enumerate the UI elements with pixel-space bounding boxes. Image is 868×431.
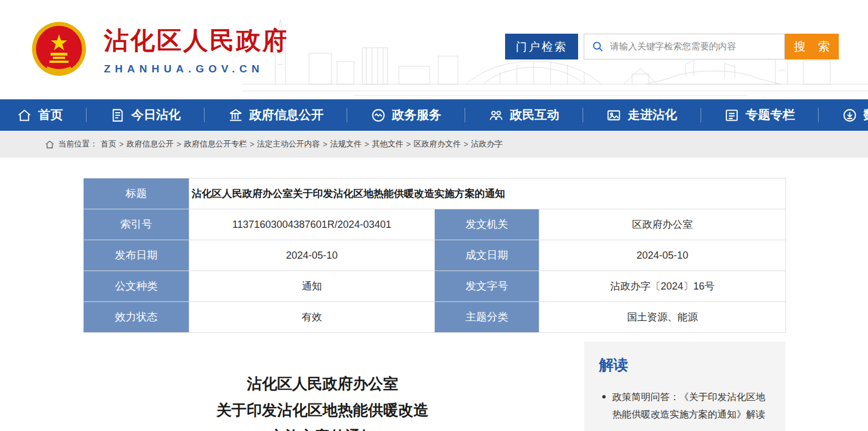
document-title-line-1: 沾化区人民政府办公室: [83, 371, 562, 397]
document-body: 沾化区人民政府办公室 关于印发沾化区地热能供暖改造 实施方案的通知: [83, 342, 584, 431]
nav-item-topics[interactable]: 专题专栏: [724, 107, 795, 123]
sidebar-title: 解读: [599, 355, 771, 375]
page: 沾化区人民政府 ZHANHUA.GOV.CN 门户检索 搜 索 首页: [0, 0, 868, 431]
search-area: 门户检索 搜 索: [505, 34, 839, 59]
breadcrumb-current: 沾政办字: [471, 139, 502, 149]
meta-label-publish-date: 发布日期: [84, 240, 189, 271]
nav-item-services[interactable]: 政务服务: [371, 107, 442, 123]
site-name: 沾化区人民政府: [104, 24, 289, 57]
nav-divider: [86, 108, 87, 122]
nav-label: 专题专栏: [746, 107, 795, 123]
meta-label-index-number: 索引号: [84, 209, 189, 240]
nav-divider: [465, 108, 465, 122]
meta-value-doc-number: 沾政办字〔2024〕16号: [539, 271, 786, 302]
meta-label-written-date: 成文日期: [435, 240, 539, 271]
breadcrumb-separator: >: [406, 140, 411, 149]
site-domain: ZHANHUA.GOV.CN: [104, 63, 289, 75]
nav-divider: [204, 108, 204, 122]
breadcrumb-separator: >: [323, 140, 328, 149]
breadcrumb-separator: >: [365, 140, 369, 149]
service-icon: [371, 108, 386, 123]
nav-divider: [818, 108, 819, 122]
topics-icon: [724, 108, 739, 123]
search-box: [584, 34, 785, 59]
breadcrumb-link-other-docs[interactable]: 其他文件: [372, 139, 403, 149]
nav-item-home[interactable]: 首页: [17, 107, 63, 123]
breadcrumb-link-home[interactable]: 首页: [101, 139, 116, 149]
nav-label: 今日沾化: [131, 107, 181, 123]
sidebar-interpretation-link[interactable]: 政策简明问答：《关于印发沾化区地热能供暖改造实施方案的通知》解读: [599, 388, 771, 424]
breadcrumb-separator: >: [463, 140, 468, 149]
meta-value-written-date: 2024-05-10: [539, 240, 786, 271]
main-nav: 首页 今日沾化 政府信息公开 政务服务 政民互动: [0, 99, 868, 131]
breadcrumb-separator: >: [249, 140, 254, 149]
portal-search-button[interactable]: 门户检索: [505, 34, 578, 59]
meta-row-status: 效力状态 有效 主题分类 国土资源、能源: [84, 302, 786, 333]
document-title-line-3: 实施方案的通知: [83, 424, 562, 431]
nav-divider: [347, 108, 347, 122]
meta-label-title: 标题: [84, 178, 189, 209]
site-title-block: 沾化区人民政府 ZHANHUA.GOV.CN: [104, 24, 289, 75]
nav-item-gov-info[interactable]: 政府信息公开: [228, 107, 324, 123]
nav-label: 政务服务: [392, 107, 442, 123]
bullet-dot: [602, 395, 606, 398]
breadcrumb-link-district-docs[interactable]: 区政府办文件: [413, 139, 461, 149]
data-open-icon: [842, 108, 857, 123]
meta-value-publish-date: 2024-05-10: [189, 240, 435, 271]
search-submit-button[interactable]: 搜 索: [785, 34, 839, 59]
meta-value-doc-type: 通知: [189, 271, 435, 302]
document-title: 沾化区人民政府办公室 关于印发沾化区地热能供暖改造 实施方案的通知: [83, 371, 562, 431]
search-icon: [591, 40, 605, 53]
search-input[interactable]: [610, 42, 778, 52]
main-content: 标题 沾化区人民政府办公室关于印发沾化区地热能供暖改造实施方案的通知 索引号 1…: [0, 158, 868, 431]
nav-label: 政府信息公开: [249, 107, 324, 123]
nav-divider: [583, 108, 583, 122]
nav-item-today[interactable]: 今日沾化: [110, 107, 181, 123]
meta-label-validity: 效力状态: [84, 302, 189, 333]
nav-item-interaction[interactable]: 政民互动: [488, 107, 559, 123]
gov-info-icon: [228, 108, 243, 123]
nav-label: 政民互动: [510, 107, 559, 123]
meta-label-doc-type: 公文种类: [84, 271, 189, 302]
meta-value-subject-category: 国土资源、能源: [539, 302, 786, 333]
nav-label: 首页: [38, 107, 63, 123]
interpretation-sidebar: 解读 政策简明问答：《关于印发沾化区地热能供暖改造实施方案的通知》解读: [584, 342, 785, 431]
meta-value-title: 沾化区人民政府办公室关于印发沾化区地热能供暖改造实施方案的通知: [189, 178, 786, 209]
meta-row-index: 索引号 11371603004387601R/2024-03401 发文机关 区…: [84, 209, 786, 240]
breadcrumb-home-icon: [45, 140, 54, 149]
sidebar-item-label: 政策简明问答：《关于印发沾化区地热能供暖改造实施方案的通知》解读: [612, 388, 771, 424]
breadcrumb-prefix: 当前位置：: [58, 139, 98, 149]
site-header: 沾化区人民政府 ZHANHUA.GOV.CN 门户检索 搜 索: [0, 0, 868, 99]
nav-item-about[interactable]: 走进沾化: [606, 107, 677, 123]
meta-value-validity: 有效: [189, 302, 435, 333]
meta-value-index-number: 11371603004387601R/2024-03401: [189, 209, 435, 240]
breadcrumb: 当前位置： 首页 > 政府信息公开 > 政府信息公开专栏 > 法定主动公开内容 …: [0, 131, 868, 158]
national-emblem-logo: [31, 21, 87, 79]
news-icon: [110, 108, 125, 123]
document-meta-table: 标题 沾化区人民政府办公室关于印发沾化区地热能供暖改造实施方案的通知 索引号 1…: [83, 178, 786, 333]
photo-icon: [606, 108, 621, 123]
interaction-icon: [488, 108, 503, 123]
nav-label: 数据开放: [864, 107, 868, 123]
meta-row-type: 公文种类 通知 发文字号 沾政办字〔2024〕16号: [84, 271, 786, 302]
nav-label: 走进沾化: [628, 107, 677, 123]
meta-label-subject-category: 主题分类: [435, 302, 539, 333]
home-icon: [17, 108, 32, 123]
nav-divider: [701, 108, 701, 122]
meta-row-dates: 发布日期 2024-05-10 成文日期 2024-05-10: [84, 240, 786, 271]
breadcrumb-separator: >: [119, 140, 124, 149]
breadcrumb-link-gov-info[interactable]: 政府信息公开: [126, 139, 174, 149]
meta-value-issuing-agency: 区政府办公室: [539, 209, 786, 240]
meta-row-title: 标题 沾化区人民政府办公室关于印发沾化区地热能供暖改造实施方案的通知: [84, 178, 786, 209]
meta-label-doc-number: 发文字号: [435, 271, 539, 302]
meta-label-issuing-agency: 发文机关: [435, 209, 539, 240]
breadcrumb-separator: >: [176, 140, 181, 149]
nav-item-open-data[interactable]: 数据开放: [842, 107, 868, 123]
breadcrumb-link-statutory[interactable]: 法定主动公开内容: [257, 139, 320, 149]
breadcrumb-link-regulations[interactable]: 法规文件: [330, 139, 362, 149]
document-title-line-2: 关于印发沾化区地热能供暖改造: [83, 397, 562, 424]
breadcrumb-link-gov-info-column[interactable]: 政府信息公开专栏: [184, 139, 247, 149]
